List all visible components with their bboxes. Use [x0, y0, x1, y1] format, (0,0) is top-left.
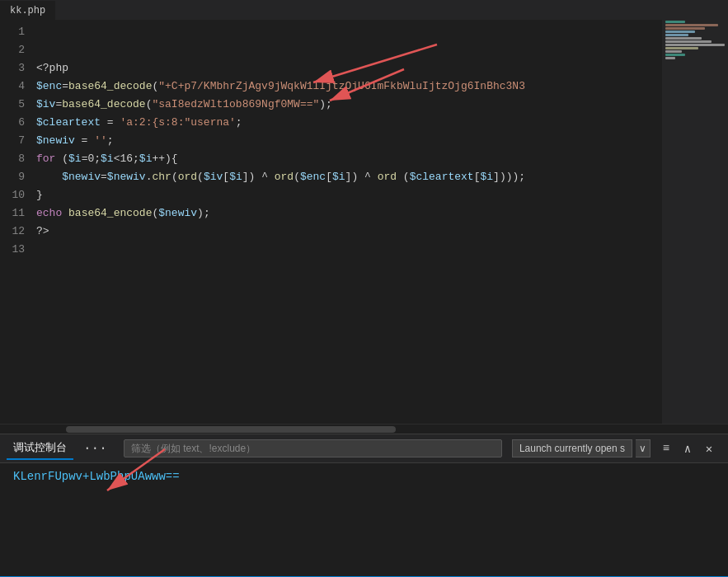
code-line-10: } [33, 186, 728, 204]
list-view-icon[interactable]: ≡ [657, 439, 675, 457]
more-tabs-button[interactable]: ··· [77, 438, 114, 459]
filter-container [124, 439, 502, 457]
output-text: KLenrFUpwv+LwbPhpUAwww== [13, 470, 715, 483]
code-line-11: echo base64_encode($newiv); [33, 204, 728, 223]
code-line-4: $enc=base64_decode("+C+p7/KMbhrZjAgv9jWq… [33, 77, 728, 96]
editor-area: 1 2 3 4 5 6 7 8 9 10 11 12 13 <?php $enc… [0, 20, 728, 424]
panel-content: KLenrFUpwv+LwbPhpUAwww== [0, 463, 728, 576]
code-line-12: ?> [33, 223, 728, 241]
code-line-5: $iv=base64_decode("saI8edzWlt1ob869Ngf0M… [33, 96, 728, 114]
code-editor[interactable]: <?php $enc=base64_decode("+C+p7/KMbhrZjA… [33, 20, 728, 424]
code-line-13 [33, 241, 728, 259]
code-line-8: for ($i=0;$i<16;$i++){ [33, 150, 728, 168]
panel-icon-group: ≡ ∧ ✕ [654, 439, 721, 457]
panel-tabs: 调试控制台 ··· Launch currently open s ∨ ≡ ∧ … [0, 434, 728, 463]
tab-bar: kk.php [0, 0, 728, 20]
horizontal-scrollbar[interactable] [0, 424, 728, 434]
launch-dropdown-button[interactable]: ∨ [636, 439, 651, 457]
launch-button[interactable]: Launch currently open s [512, 439, 632, 457]
file-tab[interactable]: kk.php [0, 0, 55, 20]
launch-dropdown-icon: ∨ [639, 443, 646, 454]
code-line-9: $newiv=$newiv.chr(ord($iv[$i]) ^ ord($en… [33, 168, 728, 186]
launch-button-label: Launch currently open s [519, 443, 625, 454]
code-line-3: <?php [33, 59, 728, 77]
code-line-2 [33, 41, 728, 59]
minimap [662, 20, 728, 424]
close-panel-icon[interactable]: ✕ [700, 439, 718, 457]
code-line-1 [33, 23, 728, 41]
code-line-7: $newiv = ''; [33, 132, 728, 150]
scrollbar-thumb[interactable] [66, 426, 396, 433]
line-numbers: 1 2 3 4 5 6 7 8 9 10 11 12 13 [0, 20, 33, 424]
debug-console-tab[interactable]: 调试控制台 [7, 437, 73, 460]
scroll-up-icon[interactable]: ∧ [679, 439, 697, 457]
filter-input[interactable] [124, 439, 502, 457]
tab-label: kk.php [10, 5, 45, 16]
code-line-6: $cleartext = 'a:2:{s:8:"userna'; [33, 114, 728, 132]
bottom-panel: 调试控制台 ··· Launch currently open s ∨ ≡ ∧ … [0, 434, 728, 576]
